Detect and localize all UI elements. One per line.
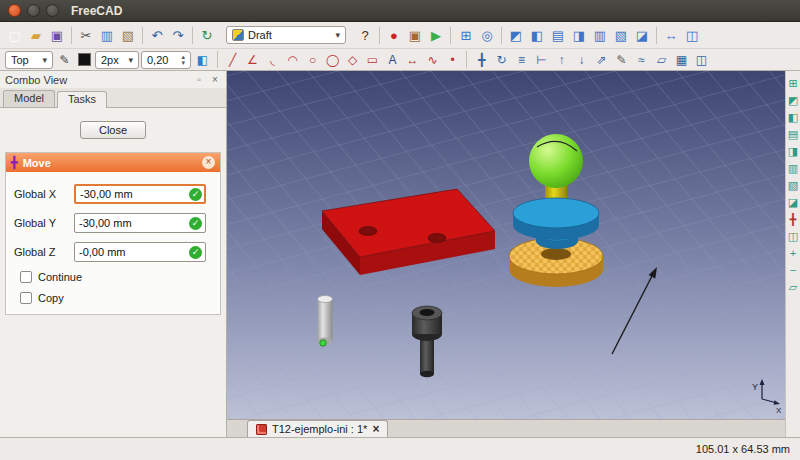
title-bar[interactable]: FreeCAD	[0, 0, 800, 22]
close-panel-icon[interactable]: ×	[209, 74, 221, 85]
view-fit-all-icon[interactable]: ⊞	[456, 25, 476, 45]
draft-shape-2d-view-icon[interactable]: ▱	[652, 51, 671, 69]
view-rear-icon[interactable]: ▥	[787, 162, 800, 175]
gray-pin[interactable]	[318, 296, 333, 347]
tab-model[interactable]: Model	[3, 90, 55, 107]
view-front-icon[interactable]: ◧	[527, 25, 547, 45]
draft-rectangle-icon[interactable]: ▭	[363, 51, 382, 69]
draft-ellipse-icon[interactable]: ◯	[323, 51, 342, 69]
view-left-icon[interactable]: ◪	[632, 25, 652, 45]
window-close-button[interactable]	[8, 4, 21, 17]
close-task-icon[interactable]: ×	[202, 156, 215, 169]
draft-upgrade-icon[interactable]: ↑	[552, 51, 571, 69]
cut-icon[interactable]: ✂	[76, 25, 96, 45]
snap-point-indicator	[320, 340, 326, 346]
draft-arc-icon[interactable]: ◠	[283, 51, 302, 69]
spinner-down-icon[interactable]: ▾	[181, 60, 185, 66]
toolbar-separator	[379, 27, 380, 44]
copy-icon[interactable]: ▥	[97, 25, 117, 45]
view-stereo-icon[interactable]: ◫	[787, 230, 800, 243]
undock-panel-icon[interactable]: ▫	[193, 74, 205, 85]
window-maximize-button[interactable]	[46, 4, 59, 17]
view-clipping-icon[interactable]: ▱	[787, 281, 800, 294]
spinner-buttons[interactable]: ▴ ▾	[181, 54, 185, 66]
undo-icon[interactable]: ↶	[147, 25, 167, 45]
window-minimize-button[interactable]	[27, 4, 40, 17]
copy-checkbox[interactable]	[20, 292, 32, 304]
chevron-down-icon: ▾	[128, 55, 133, 65]
draft-clone-icon[interactable]: ◫	[692, 51, 711, 69]
macro-play-icon[interactable]: ▶	[426, 25, 446, 45]
draft-style-pen-icon[interactable]: ✎	[55, 51, 74, 69]
valid-check-icon: ✓	[189, 217, 202, 230]
view-axonometric-icon[interactable]: ◩	[506, 25, 526, 45]
view-zoom-out-icon[interactable]: −	[787, 264, 800, 277]
view-stereo-icon[interactable]: ◫	[682, 25, 702, 45]
working-plane-button[interactable]: Top ▾	[5, 51, 53, 69]
macro-edit-icon[interactable]: ▣	[405, 25, 425, 45]
view-rear-icon[interactable]: ▥	[590, 25, 610, 45]
scale-spinbox[interactable]: 0,20 ▴ ▾	[141, 51, 191, 69]
tab-close-icon[interactable]: ×	[372, 424, 379, 435]
view-zoom-in-icon[interactable]: +	[787, 247, 800, 260]
draft-edit-icon[interactable]: ✎	[612, 51, 631, 69]
draft-offset-icon[interactable]: ≡	[512, 51, 531, 69]
task-close-button[interactable]: Close	[80, 121, 146, 139]
view-axis-cross-icon[interactable]: ╋	[787, 213, 800, 226]
draft-bspline-icon[interactable]: ∿	[423, 51, 442, 69]
document-tab-bar: T12-ejemplo-ini : 1* ×	[227, 419, 785, 437]
continue-checkbox[interactable]	[20, 271, 32, 283]
draft-array-icon[interactable]: ▦	[672, 51, 691, 69]
view-bottom-icon[interactable]: ▧	[787, 179, 800, 192]
view-right-icon[interactable]: ◨	[569, 25, 589, 45]
tab-tasks[interactable]: Tasks	[57, 91, 107, 108]
workbench-selector[interactable]: Draft ▾	[226, 26, 346, 44]
view-top-icon[interactable]: ▤	[787, 128, 800, 141]
view-right-icon[interactable]: ◨	[787, 145, 800, 158]
draft-scale-icon[interactable]: ⇗	[592, 51, 611, 69]
draft-move-icon[interactable]: ╋	[472, 51, 491, 69]
document-tab[interactable]: T12-ejemplo-ini : 1* ×	[247, 420, 388, 437]
view-fit-all-icon[interactable]: ⊞	[787, 77, 800, 90]
paste-icon[interactable]: ▧	[118, 25, 138, 45]
draft-point-icon[interactable]: •	[443, 51, 462, 69]
draft-line-icon[interactable]: ╱	[223, 51, 242, 69]
draft-text-icon[interactable]: A	[383, 51, 402, 69]
toggle-construction-mode-icon[interactable]: ◧	[193, 51, 212, 69]
draft-polyline-icon[interactable]: ∠	[243, 51, 262, 69]
draft-downgrade-icon[interactable]: ↓	[572, 51, 591, 69]
draft-circle-icon[interactable]: ○	[303, 51, 322, 69]
green-sphere[interactable]	[529, 134, 583, 188]
redo-icon[interactable]: ↷	[168, 25, 188, 45]
view-axonometric-icon[interactable]: ◩	[787, 94, 800, 107]
view-front-icon[interactable]: ◧	[787, 111, 800, 124]
refresh-icon[interactable]: ↻	[197, 25, 217, 45]
new-document-icon[interactable]: ▢	[5, 25, 25, 45]
open-folder-icon[interactable]: ▰	[26, 25, 46, 45]
view-measure-distance-icon[interactable]: ↔	[661, 25, 681, 45]
view-draw-style-icon[interactable]: ◎	[477, 25, 497, 45]
save-icon[interactable]: ▣	[47, 25, 67, 45]
draft-polygon-icon[interactable]: ◇	[343, 51, 362, 69]
blue-disc[interactable]	[513, 198, 599, 240]
draft-rotate-icon[interactable]: ↻	[492, 51, 511, 69]
line-color-swatch[interactable]	[78, 53, 91, 66]
3d-viewport[interactable]: Y X	[227, 71, 785, 419]
draft-dimension-icon[interactable]: ↔	[403, 51, 422, 69]
draft-trimex-icon[interactable]: ⊢	[532, 51, 551, 69]
status-bar: 105.01 x 64.53 mm	[0, 437, 800, 460]
line-width-selector[interactable]: 2px ▾	[95, 51, 139, 69]
global-y-input[interactable]	[74, 213, 206, 233]
draft-wire-to-bspline-icon[interactable]: ≈	[632, 51, 651, 69]
view-left-icon[interactable]: ◪	[787, 196, 800, 209]
macro-record-icon[interactable]: ●	[384, 25, 404, 45]
whats-this-icon[interactable]: ?	[355, 25, 375, 45]
global-x-input[interactable]	[74, 184, 206, 204]
view-bottom-icon[interactable]: ▧	[611, 25, 631, 45]
main-toolbar: ▢▰▣✂▥▧↶↷↻ Draft ▾ ?●▣▶ ⊞◎◩◧▤◨▥▧◪↔◫	[0, 22, 800, 49]
draft-fillet-icon[interactable]: ◟	[263, 51, 282, 69]
workbench-selector-value: Draft	[248, 29, 272, 41]
ground-grid	[227, 71, 785, 419]
view-top-icon[interactable]: ▤	[548, 25, 568, 45]
global-z-input[interactable]	[74, 242, 206, 262]
